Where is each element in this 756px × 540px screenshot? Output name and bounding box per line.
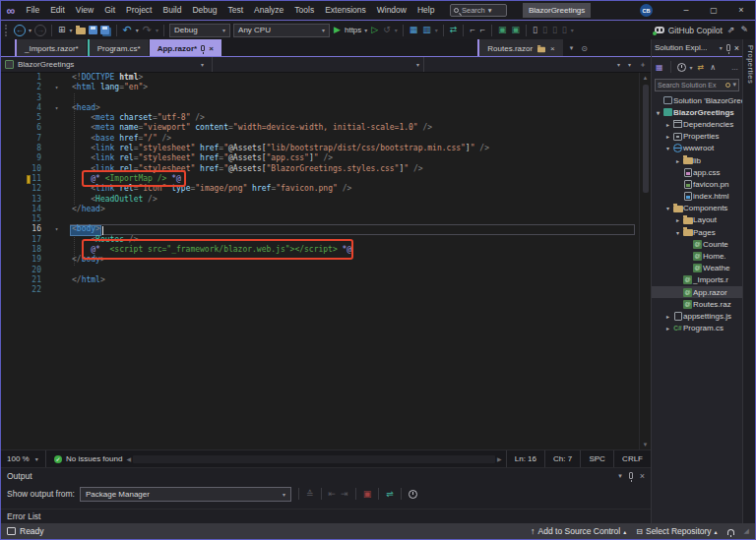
scroll-up-icon[interactable]: ▲ <box>643 73 649 83</box>
output-source-dropdown[interactable]: Package Manager▾ <box>80 487 291 502</box>
open-folder-icon[interactable] <box>76 28 86 34</box>
minimize-button[interactable]: – <box>672 1 700 20</box>
se-dropdown-icon[interactable]: ▾ <box>720 44 723 51</box>
code-line-9[interactable]: 9 <link rel="stylesheet" href="@Assets["… <box>1 153 639 163</box>
pin-tab-icon[interactable] <box>201 45 205 51</box>
toolbar-grip[interactable] <box>5 25 9 36</box>
breadcrumb-type-dropdown-icon[interactable]: ▾ <box>416 61 423 68</box>
code-line-7[interactable]: 7 <base href="/" /> <box>1 134 639 144</box>
scroll-down-icon[interactable]: ▼ <box>643 440 649 450</box>
scrollbar-thumb[interactable] <box>643 85 649 193</box>
solution-explorer-header[interactable]: Solution Expl... ▾ × <box>652 39 742 57</box>
keep-open-icon[interactable] <box>537 46 545 52</box>
code-line-3[interactable]: 3 <box>1 93 639 103</box>
save-icon[interactable] <box>89 26 97 34</box>
word-wrap-icon[interactable]: ⇌ <box>386 489 394 499</box>
menu-tools[interactable]: Tools <box>289 1 320 20</box>
se-more-options-icon[interactable]: … <box>730 59 739 76</box>
tree-item-lib[interactable]: ▸lib <box>652 154 742 166</box>
sync-namespaces-icon[interactable]: ⇄ <box>449 22 459 38</box>
close-tab-icon[interactable]: × <box>550 44 555 53</box>
menu-analyze[interactable]: Analyze <box>249 1 289 20</box>
breadcrumb-type[interactable]: ▾ <box>213 57 424 72</box>
undo-dropdown-icon[interactable]: ▾ <box>136 27 139 33</box>
find-next-icon[interactable]: ⌐ <box>479 22 486 38</box>
navigate-backward-icon[interactable]: ← <box>14 25 26 36</box>
menu-project[interactable]: Project <box>121 1 158 20</box>
search-box[interactable]: Search ▾ <box>450 4 507 17</box>
hot-reload-icon[interactable]: ↺ <box>382 22 392 38</box>
properties-vertical-tab[interactable]: Properties <box>742 39 755 523</box>
bookmarks-dropdown-icon[interactable]: ▾ <box>571 27 574 33</box>
vertical-scrollbar[interactable]: ▲ ▼ <box>639 73 651 450</box>
sync-with-active-document-icon[interactable]: ⇄ <box>697 59 706 76</box>
menu-git[interactable]: Git <box>99 1 121 20</box>
tree-expander-icon[interactable]: ▸ <box>663 133 672 140</box>
fold-marker-icon[interactable]: ▾ <box>41 83 72 92</box>
previous-bookmark-icon[interactable]: ▯ <box>541 22 548 38</box>
issues-status[interactable]: No issues found <box>66 454 122 463</box>
output-panel-header[interactable]: Output ▾ × <box>1 467 651 483</box>
line-indicator[interactable]: Ln: 16 <box>506 450 544 467</box>
output-pin-icon[interactable] <box>629 472 633 479</box>
github-copilot-icon[interactable] <box>655 27 664 33</box>
browser-dropdown-icon[interactable]: ▾ <box>435 27 438 33</box>
tab--imports-razor-[interactable]: _Imports.razor* <box>15 39 87 57</box>
find-in-files-icon[interactable]: ⌐ <box>469 22 475 38</box>
fold-marker-icon[interactable]: ▾ <box>41 103 72 113</box>
navigate-backward-dropdown-icon[interactable]: ▾ <box>29 27 32 33</box>
tree-item--imports-r[interactable]: @_Imports.r <box>652 274 742 286</box>
spaces-indicator[interactable]: SPC <box>580 450 613 467</box>
tree-item-solution--blazorgreet[interactable]: Solution 'BlazorGreet <box>652 94 742 106</box>
tree-item-counte[interactable]: @Counte <box>652 238 742 250</box>
tab-program-cs-[interactable]: Program.cs* <box>88 39 149 57</box>
docwell-dropdown-icon[interactable]: ▾ <box>568 44 576 52</box>
comment-icon[interactable]: ▣ <box>497 22 508 38</box>
editor-options-dropdown-icon[interactable]: ▾ <box>628 61 635 68</box>
tree-item-program-cs[interactable]: ▸C#Program.cs <box>652 323 742 334</box>
tree-expander-icon[interactable]: ▾ <box>673 229 682 236</box>
feedback-icon[interactable]: ✎ <box>739 22 749 38</box>
menu-file[interactable]: File <box>21 1 45 20</box>
code-line-15[interactable]: 15 <box>1 214 639 224</box>
breadcrumb-project[interactable]: BlazorGreetings ▾ <box>1 57 213 72</box>
tree-item-weathe[interactable]: @Weathe <box>652 263 742 274</box>
code-line-16[interactable]: 16▾<body> <box>1 224 639 234</box>
tab-routes-razor[interactable]: Routes.razor× <box>477 39 562 57</box>
tree-expander-icon[interactable]: ▸ <box>663 313 672 320</box>
pending-changes-filter-icon[interactable] <box>677 63 686 72</box>
close-tab-icon[interactable]: × <box>209 44 214 53</box>
navigate-forward-icon[interactable]: → <box>34 25 46 36</box>
collapse-all-icon[interactable]: ∧ <box>709 59 717 76</box>
add-to-source-control-button[interactable]: ↑ Add to Source Control ▴ <box>531 526 626 536</box>
new-item-dropdown-icon[interactable]: ▾ <box>70 27 73 33</box>
redo-icon[interactable]: ↷ <box>142 22 153 38</box>
tree-expander-icon[interactable]: ▾ <box>663 145 672 151</box>
se-pin-icon[interactable] <box>726 44 730 51</box>
tree-item-components[interactable]: ▾Components <box>652 203 742 214</box>
solution-configurations-dropdown[interactable]: Debug▾ <box>169 24 230 37</box>
menu-test[interactable]: Test <box>222 1 249 20</box>
scroll-right-icon[interactable]: ▶ <box>495 455 504 462</box>
menu-edit[interactable]: Edit <box>45 1 71 20</box>
line-ending-indicator[interactable]: CRLF <box>613 450 651 467</box>
live-share-icon[interactable]: ▦ <box>409 22 419 38</box>
close-button[interactable]: × <box>727 1 755 20</box>
run-profile-label[interactable]: https <box>345 26 361 34</box>
tree-item-layout[interactable]: ▸Layout <box>652 214 742 226</box>
column-indicator[interactable]: Ch: 7 <box>544 450 580 467</box>
code-line-2[interactable]: 2▾<html lang="en"> <box>1 83 639 92</box>
tree-item-app-css[interactable]: app.css <box>652 166 742 178</box>
code-lines[interactable]: 1<!DOCTYPE html>2▾<html lang="en">34▾<he… <box>1 73 639 450</box>
tab-app-razor-[interactable]: App.razor*× <box>150 39 221 57</box>
clear-bookmarks-icon[interactable]: ▯ <box>561 22 568 38</box>
filter-dropdown-icon[interactable]: ▾ <box>690 64 693 71</box>
code-line-8[interactable]: 8 <link rel="stylesheet" href="@Assets["… <box>1 144 639 153</box>
tree-item-properties[interactable]: ▸Properties <box>652 131 742 143</box>
tree-expander-icon[interactable]: ▾ <box>654 109 662 116</box>
code-line-22[interactable]: 22 <box>1 285 639 295</box>
menu-extensions[interactable]: Extensions <box>320 1 372 20</box>
next-message-icon[interactable]: ⇥ <box>341 489 348 499</box>
find-message-icon[interactable]: ≙ <box>306 489 314 499</box>
switch-views-icon[interactable]: ▦ <box>655 59 664 76</box>
